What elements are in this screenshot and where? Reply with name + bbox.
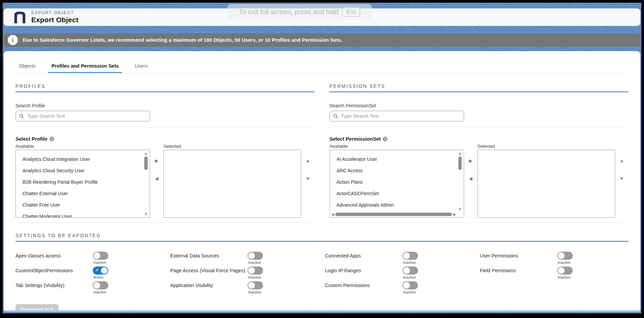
permission-sets-section: PERMISSION SETS Search PermissionSet Sel…	[330, 83, 629, 223]
toggle-state-label: Inactive	[248, 260, 263, 264]
move-left-icon[interactable]: ◀	[469, 176, 472, 181]
governor-limits-banner: i Due to Salesforce Governor Limits, we …	[4, 33, 640, 47]
tab-bar: Objects Profiles and Permission Sets Use…	[15, 61, 629, 73]
divider	[330, 222, 629, 223]
permissionsets-available-label: Available	[330, 144, 464, 149]
scrollbar-thumb[interactable]	[144, 156, 148, 170]
move-right-icon[interactable]: ▶	[155, 158, 158, 163]
list-item[interactable]: Advanced Approvals Admin	[337, 199, 455, 211]
setting-label: CustomObjectPermissions	[15, 267, 93, 275]
toggle-state-label: Inactive	[403, 260, 418, 264]
profiles-available-label: Available	[15, 144, 150, 149]
scroll-up-icon[interactable]: ▲	[144, 151, 148, 155]
move-down-icon[interactable]: ▼	[306, 176, 310, 181]
divider	[15, 222, 315, 223]
vertical-scrollbar[interactable]: ▲ ▼	[458, 151, 462, 211]
list-item[interactable]: ARC Access	[337, 165, 455, 176]
toggle-state-label: Inactive	[93, 260, 108, 264]
toggle-knob	[93, 282, 100, 289]
select-profile-info-icon[interactable]: i	[49, 137, 54, 141]
toggle-switch[interactable]: ✓	[93, 252, 108, 260]
move-left-icon[interactable]: ◀	[155, 176, 158, 181]
toggle-knob	[403, 252, 410, 259]
scroll-left-icon[interactable]: ◀	[331, 212, 334, 216]
list-item[interactable]: AI Accelerator User	[337, 153, 455, 165]
tab-users[interactable]: Users	[131, 61, 151, 73]
move-down-icon[interactable]: ▼	[620, 176, 624, 181]
setting-row: Custom Permissions✓Inactive	[325, 281, 474, 294]
profiles-section: PROFILES Search Profile Select Profile i…	[15, 83, 315, 223]
scroll-down-icon[interactable]: ▼	[458, 207, 462, 211]
select-permissionset-label: Select PermissionSet	[330, 136, 381, 142]
banner-text: Due to Salesforce Governor Limits, we re…	[23, 37, 342, 43]
search-profile-label: Search Profile	[15, 103, 315, 108]
profiles-available-listbox[interactable]: Analytics Cloud Integration UserAnalytic…	[15, 150, 150, 218]
toggle-switch[interactable]: ✓	[248, 252, 263, 260]
list-item[interactable]: Chatter Free User	[23, 199, 141, 211]
toggle-switch[interactable]: ✓	[248, 267, 263, 275]
setting-label: Field Permisions	[480, 267, 557, 275]
scroll-down-icon[interactable]: ▼	[144, 212, 148, 216]
select-permissionset-info-icon[interactable]: i	[383, 137, 387, 141]
move-up-icon[interactable]: ▲	[620, 158, 624, 163]
toggle-switch[interactable]: ✓	[403, 281, 418, 289]
list-item[interactable]: Chatter External User	[23, 188, 141, 199]
toggle-switch[interactable]: ✓	[403, 252, 418, 260]
profile-search-input[interactable]	[27, 113, 146, 119]
search-permissionset-label: Search PermissionSet	[330, 103, 629, 108]
settings-section-title: SETTINGS TO BE EXPORTED	[15, 233, 629, 242]
permissionsets-selected-label: Selected	[478, 144, 495, 149]
permissionsets-available-listbox[interactable]: AI Accelerator UserARC AccessAction Plan…	[330, 150, 464, 218]
move-up-icon[interactable]: ▲	[306, 158, 310, 163]
page-title: Export Object	[31, 16, 78, 24]
profiles-selected-listbox[interactable]	[163, 150, 301, 218]
tab-profiles-and-permission-sets[interactable]: Profiles and Permission Sets	[48, 61, 122, 73]
list-item[interactable]: B2B Reordering Portal Buyer Profile	[23, 176, 141, 188]
toggle-switch[interactable]: ✓	[93, 281, 108, 289]
scrollbar-thumb[interactable]	[335, 213, 452, 216]
permission-sets-section-title: PERMISSION SETS	[330, 83, 629, 92]
toggle-knob	[558, 252, 565, 259]
scroll-right-icon[interactable]: ▶	[453, 212, 456, 216]
toggle-switch[interactable]: ✓	[557, 267, 573, 275]
profiles-section-title: PROFILES	[15, 83, 315, 92]
toggle-state-label: Inactive	[557, 275, 573, 279]
setting-row: Page Access (Visual Force Pages)✓Inactiv…	[170, 267, 319, 279]
horizontal-scrollbar[interactable]: ◀ ▶	[331, 212, 456, 217]
setting-label: Apex classes access	[15, 252, 93, 260]
permissionset-search-input[interactable]	[341, 113, 460, 119]
toggle-knob	[93, 252, 100, 259]
setting-label: Custom Permissions	[325, 281, 403, 289]
search-icon	[333, 114, 338, 119]
setting-row: External Data Sources✓Inactive	[170, 252, 319, 264]
list-item[interactable]: Action Plans	[337, 176, 455, 188]
scrollbar-thumb[interactable]	[458, 156, 462, 170]
setting-label: Tab Settings (Visibility)	[15, 281, 93, 289]
toggle-state-label: Inactive	[403, 290, 418, 294]
setting-row: Tab Settings (Visibility)✓Inactive	[15, 281, 164, 294]
list-item[interactable]: Analytics Cloud Security User	[23, 165, 141, 176]
download-xls-button[interactable]: Download XLS	[15, 304, 59, 312]
main-content-card: Objects Profiles and Permission Sets Use…	[4, 51, 640, 312]
list-item[interactable]: ActorCASCPermSet	[337, 188, 455, 199]
toggle-switch[interactable]: ✓	[403, 267, 418, 275]
scroll-up-icon[interactable]: ▲	[458, 151, 462, 155]
settings-section: SETTINGS TO BE EXPORTED Apex classes acc…	[15, 233, 629, 296]
toggle-state-label: Inactive	[557, 260, 573, 264]
toggle-knob	[248, 282, 255, 289]
move-right-icon[interactable]: ▶	[469, 158, 472, 163]
page-header: EXPORT OBJECT Export Object	[4, 8, 640, 26]
toggle-knob	[403, 267, 410, 274]
toggle-switch[interactable]: ✓	[93, 267, 108, 275]
toggle-state-label: Inactive	[248, 290, 263, 294]
list-item[interactable]: Chatter Moderator User	[23, 211, 141, 218]
list-item[interactable]: Analytics Cloud Integration User	[23, 153, 141, 165]
toggle-switch[interactable]: ✓	[248, 281, 263, 289]
permissionsets-selected-listbox[interactable]	[478, 150, 615, 218]
setting-row: Field Permisions✓Inactive	[480, 267, 629, 279]
permissionset-search-box	[330, 111, 464, 121]
toggle-switch[interactable]: ✓	[557, 252, 573, 260]
setting-label: Connected Apps	[325, 252, 403, 260]
vertical-scrollbar[interactable]: ▲ ▼	[144, 151, 148, 216]
tab-objects[interactable]: Objects	[15, 61, 39, 73]
